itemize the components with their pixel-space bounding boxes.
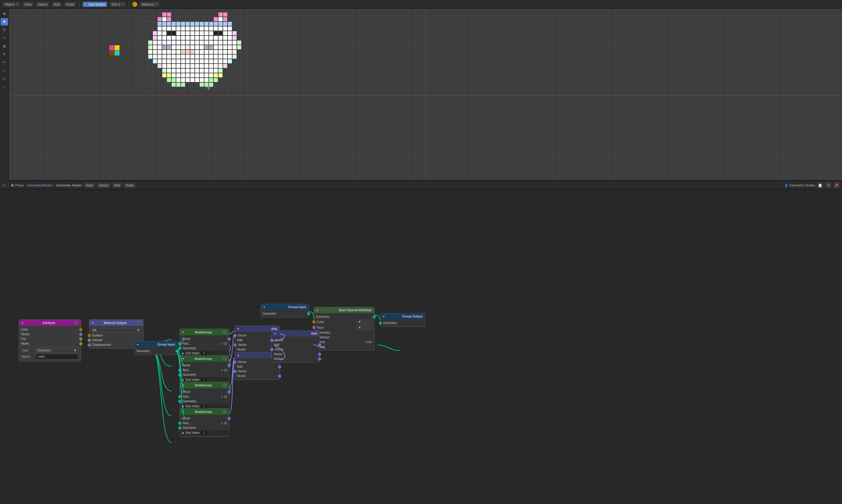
ng4-sort-val[interactable]: 3 [201,430,207,435]
add-large-header[interactable]: ▾ Add [272,330,320,337]
group-input-small-header[interactable]: ▾ Group Input [135,342,178,347]
attribute-node-header[interactable]: ▾ Attribute [19,320,81,326]
ng1-sort-val[interactable]: 0 [201,351,207,356]
add2-add-out-socket[interactable] [278,365,281,368]
breadcrumb-geonodes-path[interactable]: GeometryNodes [28,183,52,187]
object-menu[interactable]: Object ▼ [2,2,20,7]
ng1-geo-in-socket[interactable] [178,342,181,345]
ng4-vector-out-socket[interactable] [228,417,231,420]
sna-color-select[interactable]: ▼ [357,320,372,324]
tool-move[interactable]: ✥ [1,18,8,25]
select-menu-top[interactable]: Select [36,2,49,7]
ng2-header[interactable]: ▾ NodeGroup [180,356,229,362]
slot-selector[interactable]: Slot 1 ▼ [109,2,126,7]
breadcrumb-geonodes-label[interactable]: Geometry Nodes [56,183,82,187]
ng4-geo-socket[interactable] [178,426,181,430]
ng3-geo-in-socket[interactable] [178,395,181,398]
breadcrumb-plane[interactable]: Plane [15,183,24,187]
gi-small-geo-row: Geometry [135,349,178,353]
sna-color-socket[interactable] [312,320,316,323]
ng2-vector-out-socket[interactable] [228,364,231,367]
gi-small-geo-socket[interactable] [176,349,179,353]
add-menu-top[interactable]: Add [52,2,62,7]
node-menu-top[interactable]: Node [64,2,76,7]
sna-face-select[interactable]: ▼ [357,325,372,330]
sna-header[interactable]: ▾ Store Named Attribute [314,307,374,313]
add2-vec-out-socket[interactable] [278,375,281,378]
ng4-header[interactable]: ▾ NodeGroup [180,409,229,415]
add1-vec-in-socket[interactable] [233,334,236,337]
mat-surface-socket[interactable] [88,334,91,337]
add-large-vec-out-socket2[interactable] [318,357,321,361]
sna-geo-out-socket[interactable] [373,315,376,319]
attribute-collapse-btn[interactable] [75,321,78,325]
view-menu-top[interactable]: View [22,2,34,7]
connections-svg [0,198,842,504]
ng4-dot-btn[interactable] [223,410,227,414]
ne-node-menu[interactable]: Node [124,183,136,188]
ne-icon-btn-2[interactable]: ✕ [825,182,831,188]
ne-icon-btn-1[interactable]: 📋 [817,182,823,188]
tool-measure[interactable]: ⊢ [1,59,8,66]
ng4-geo-in-socket[interactable] [178,422,181,425]
ng2-geo-in-socket[interactable] [178,368,181,372]
ng3-geo-socket[interactable] [178,400,181,403]
pixel-art-area: ✈ [10,10,842,180]
use-nodes-btn[interactable]: ✓ Use Nodes [83,2,107,7]
tool-annotate[interactable]: ✎ [1,51,8,58]
ng1-header[interactable]: ▾ NodeGroup [180,329,229,335]
area-type-selector[interactable]: ⬡ [2,183,6,187]
go-geo-socket[interactable] [379,322,382,325]
attr-name-input[interactable]: color [36,354,78,359]
ng2-vector-out-label: Vector [182,364,190,367]
add-large-add-socket[interactable] [318,343,321,346]
ne-view-menu[interactable]: View [84,183,95,188]
add-large-vec-out-socket[interactable] [318,353,321,356]
ng1-nod-btn[interactable] [224,342,227,345]
add-large-vec-socket2[interactable] [270,348,274,351]
material-selector[interactable]: Material ▼ [140,2,159,7]
ng4-nod-btn[interactable] [224,422,227,425]
ng3-header[interactable]: ▾ NodeGroup [180,382,229,388]
material-output-header[interactable]: ▾ Material Output [89,320,143,326]
attr-fac-socket[interactable] [79,338,82,341]
add1-vec-socket2[interactable] [233,343,236,346]
ng3-nod-btn[interactable] [224,395,227,398]
mat-all-select[interactable]: All ▼ [91,328,141,332]
attr-vector-socket[interactable] [79,333,82,336]
add2-vec-in-socket[interactable] [233,361,236,364]
ng3-sort-label: Sort Index [186,404,200,408]
ng3-vector-out-socket[interactable] [228,391,231,394]
tool-cursor[interactable]: ⊕ [1,10,8,17]
gi-large-header[interactable]: ▾ Group Input [261,304,309,310]
mat-displacement-socket[interactable] [88,343,91,346]
ne-icon-btn-3[interactable]: 📌 [833,182,840,188]
ng3-sort-val[interactable]: 2 [201,404,207,409]
mat-volume-socket[interactable] [88,339,91,342]
ne-select-menu[interactable]: Select [97,183,110,188]
ng2-geo-socket[interactable] [178,373,181,376]
tool-transform[interactable]: ⊞ [1,42,8,50]
attr-type-select[interactable]: Geometry ▼ [36,348,78,353]
ng3-dot-btn[interactable] [223,383,227,387]
tool-add-circle[interactable]: ○ [1,83,8,90]
tool-scale[interactable]: ⤡ [1,34,8,42]
tool-add-cube[interactable]: □ [1,67,8,74]
ng1-dot-btn[interactable] [223,330,227,334]
go-header[interactable]: ▾ Group Output [381,313,425,319]
ng2-nod-btn[interactable] [224,368,227,372]
add-large-vec-in-socket[interactable] [270,339,274,342]
add2-vec-socket2[interactable] [233,370,236,373]
ng2-sort-val[interactable]: 1 [201,377,207,382]
attr-color-socket[interactable] [79,328,82,331]
ng1-vector-out-socket[interactable] [228,338,231,341]
attr-alpha-socket[interactable] [79,342,82,345]
ng2-dot-btn[interactable] [223,357,227,361]
tool-add-plane[interactable]: ▭ [1,75,8,82]
ng1-geo-socket[interactable] [178,347,181,350]
tool-rotate[interactable]: ↻ [1,26,8,34]
gi-large-geo-socket[interactable] [307,312,310,315]
ne-add-menu[interactable]: Add [112,183,122,188]
sna-face-socket[interactable] [312,326,316,329]
material-output-collapse[interactable] [137,321,141,325]
